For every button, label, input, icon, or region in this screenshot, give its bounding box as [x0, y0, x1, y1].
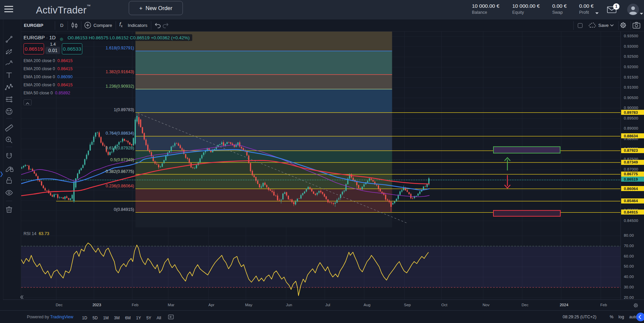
svg-text:0.764(0.88634): 0.764(0.88634) [106, 131, 134, 136]
svg-text:1(0.89783): 1(0.89783) [114, 107, 134, 112]
svg-text:0.5(0.87349): 0.5(0.87349) [110, 157, 134, 162]
svg-text:0.382(0.86775): 0.382(0.86775) [106, 169, 134, 174]
svg-text:0(0.84915): 0(0.84915) [114, 207, 134, 212]
svg-text:0.618(0.87928): 0.618(0.87928) [106, 146, 134, 150]
svg-text:0.236(0.86064): 0.236(0.86064) [106, 184, 134, 188]
